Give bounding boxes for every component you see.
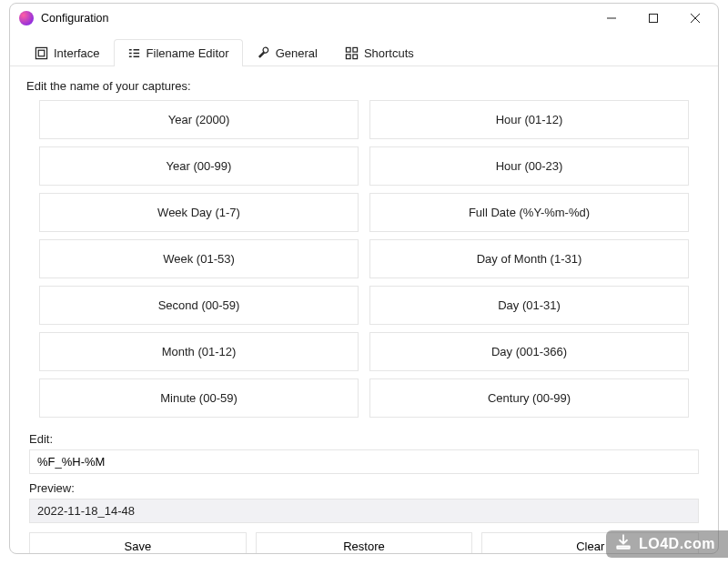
- token-hour-23[interactable]: Hour (00-23): [369, 146, 689, 186]
- svg-rect-15: [353, 55, 358, 59]
- token-day-of-month[interactable]: Day of Month (1-31): [369, 239, 689, 278]
- token-century[interactable]: Century (00-99): [369, 378, 689, 418]
- save-button[interactable]: Save: [29, 532, 247, 553]
- tab-filename-editor[interactable]: Filename Editor: [114, 39, 243, 66]
- configuration-window: Configuration Interface: [9, 3, 719, 554]
- content-area: Edit the name of your captures: Year (20…: [10, 66, 718, 553]
- svg-rect-12: [346, 47, 350, 52]
- watermark: LO4D.com: [606, 530, 728, 558]
- list-icon: [127, 46, 141, 60]
- tab-interface[interactable]: Interface: [21, 39, 114, 66]
- window-title: Configuration: [41, 12, 591, 25]
- tab-general[interactable]: General: [243, 39, 331, 66]
- tab-label: General: [276, 46, 318, 60]
- token-full-date[interactable]: Full Date (%Y-%m-%d): [369, 193, 689, 232]
- svg-rect-13: [353, 47, 358, 52]
- token-second[interactable]: Second (00-59): [39, 286, 359, 325]
- wrench-icon: [257, 46, 270, 60]
- restore-button[interactable]: Restore: [256, 532, 473, 553]
- token-day-31[interactable]: Day (01-31): [369, 286, 689, 325]
- app-icon: [19, 11, 34, 25]
- svg-rect-1: [650, 15, 658, 23]
- interface-icon: [35, 46, 48, 60]
- edit-input[interactable]: [29, 449, 699, 474]
- tab-label: Interface: [54, 46, 100, 60]
- token-month[interactable]: Month (01-12): [39, 332, 359, 371]
- token-hour-12[interactable]: Hour (01-12): [369, 100, 689, 139]
- minimize-button[interactable]: [591, 5, 632, 32]
- token-weekday[interactable]: Week Day (1-7): [39, 193, 359, 232]
- token-minute[interactable]: Minute (00-59): [39, 378, 359, 418]
- section-heading: Edit the name of your captures:: [26, 79, 702, 93]
- tab-bar: Interface Filename Editor General: [10, 33, 718, 66]
- token-year-2000[interactable]: Year (2000): [39, 100, 359, 139]
- token-year-00-99[interactable]: Year (00-99): [39, 146, 359, 186]
- grid-icon: [345, 46, 359, 60]
- download-icon: [615, 534, 632, 554]
- token-week[interactable]: Week (01-53): [39, 239, 359, 278]
- tab-label: Filename Editor: [147, 46, 229, 60]
- close-button[interactable]: [674, 5, 716, 32]
- tab-label: Shortcuts: [364, 46, 414, 60]
- window-controls: [591, 5, 716, 32]
- token-grid: Year (2000) Hour (01-12) Year (00-99) Ho…: [39, 100, 689, 418]
- svg-rect-4: [35, 47, 46, 58]
- tab-shortcuts[interactable]: Shortcuts: [331, 39, 428, 66]
- maximize-button[interactable]: [632, 5, 674, 32]
- token-day-366[interactable]: Day (001-366): [369, 332, 689, 371]
- titlebar: Configuration: [10, 4, 718, 33]
- action-row: Save Restore Clear: [29, 532, 699, 553]
- preview-label: Preview:: [29, 481, 699, 495]
- svg-rect-5: [38, 50, 45, 56]
- svg-rect-14: [346, 55, 350, 59]
- preview-value: 2022-11-18_14-48: [29, 499, 699, 523]
- watermark-text: LO4D.com: [639, 536, 715, 552]
- edit-label: Edit:: [29, 432, 699, 446]
